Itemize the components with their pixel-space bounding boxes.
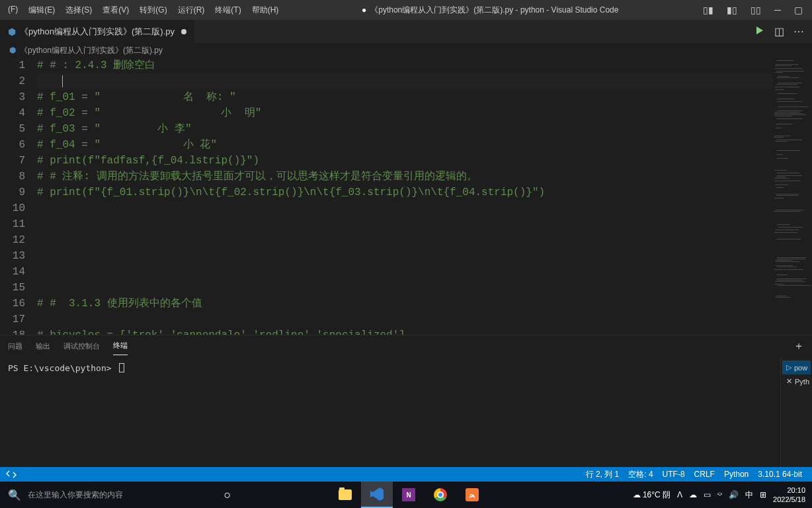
terminal-item-powershell[interactable]: ▷ pow [782,360,811,374]
tab-active[interactable]: ⬢ 《python编程从入门到实践》(第二版).py [0,20,195,43]
search-icon: 🔍 [8,489,21,501]
app-chrome[interactable] [425,482,456,508]
menu-terminal[interactable]: 终端(T) [210,1,246,20]
onenote-icon: N [402,488,415,501]
weather-widget[interactable]: ☁ 16°C 阴 [633,489,671,501]
window-title: ●《python编程从入门到实践》(第二版).py - python - Vis… [284,5,696,16]
taskbar-search[interactable]: 🔍 在这里输入你要搜索的内容 [0,482,212,508]
panel-tabs: 问题 输出 调试控制台 终端 ＋ [0,335,812,357]
run-button[interactable] [754,25,765,38]
remote-indicator[interactable] [0,467,22,482]
onedrive-icon[interactable]: ☁ [689,490,697,499]
terminal-item-python[interactable]: ✕ Pyth [782,374,811,388]
menu-file[interactable]: (F) [3,1,23,20]
menu-help[interactable]: 帮助(H) [247,1,284,20]
terminal-list: ▷ pow ✕ Pyth [780,357,812,467]
menu-bar: (F) 编辑(E) 选择(S) 查看(V) 转到(G) 运行(R) 终端(T) … [0,1,284,20]
volume-icon[interactable]: 🔊 [729,490,739,499]
system-tray: ☁ 16°C 阴 ᐱ ☁ ▭ ⌔ 🔊 中 ⊞ 20:10 2022/5/18 [633,486,812,504]
menu-run[interactable]: 运行(R) [173,1,210,20]
modified-dot-icon: ● [362,5,366,15]
status-eol[interactable]: CRLF [690,470,719,479]
minimize-button[interactable]: ─ [768,1,788,19]
layout-toggle-icon[interactable]: ▯▮ [696,1,720,19]
kill-terminal-icon: ✕ [786,377,792,386]
title-bar: (F) 编辑(E) 选择(S) 查看(V) 转到(G) 运行(R) 终端(T) … [0,0,812,20]
app-explorer[interactable] [329,482,361,508]
battery-icon[interactable]: ▭ [704,490,711,499]
more-actions-icon[interactable]: ⋯ [793,25,804,38]
menu-edit[interactable]: 编辑(E) [23,1,60,20]
menu-view[interactable]: 查看(V) [97,1,134,20]
python-file-icon: ⬢ [8,26,16,37]
wifi-icon[interactable]: ⌔ [717,490,722,499]
tab-modified-icon [181,29,186,34]
bottom-panel: 问题 输出 调试控制台 终端 ＋ PS E:\vscode\python> ▷ … [0,335,812,467]
panel-tab-output[interactable]: 输出 [36,337,50,355]
editor-area: 12345678910111213141516171819 # # : 2.4.… [0,58,812,335]
layout-toggle2-icon[interactable]: ▮▯ [720,1,744,19]
terminal-prompt: PS E:\vscode\python> [8,363,112,373]
breadcrumb-label: 《python编程从入门到实践》(第二版).py [20,45,163,56]
editor-tabs: ⬢ 《python编程从入门到实践》(第二版).py ◫ ⋯ [0,20,812,43]
taskbar-apps: N ﺤ [329,482,488,508]
status-interpreter[interactable]: 3.10.1 64-bit [753,470,807,479]
python-file-icon: ⬢ [9,46,16,55]
panel-tab-terminal[interactable]: 终端 [113,337,128,355]
layout-grid-icon[interactable]: ▯▯ [744,1,768,19]
windows-taskbar: 🔍 在这里输入你要搜索的内容 ○ N ﺤ ☁ 16°C 阴 ᐱ ☁ ▭ ⌔ 🔊 … [0,482,812,508]
status-language[interactable]: Python [719,470,753,479]
status-encoding[interactable]: UTF-8 [658,470,690,479]
panel-tab-debug[interactable]: 调试控制台 [63,337,100,355]
ime-mode-icon[interactable]: ⊞ [760,490,766,499]
xampp-icon: ﺤ [466,488,479,501]
tab-label: 《python编程从入门到实践》(第二版).py [20,26,175,38]
terminal[interactable]: PS E:\vscode\python> [0,357,780,467]
menu-selection[interactable]: 选择(S) [60,1,97,20]
app-vscode[interactable] [361,482,393,508]
tray-chevron-icon[interactable]: ᐱ [677,490,682,499]
app-xampp[interactable]: ﺤ [456,482,488,508]
cortana-button[interactable]: ○ [212,482,243,508]
panel-tab-problems[interactable]: 问题 [8,337,22,355]
powershell-icon: ▷ [786,363,792,372]
split-editor-icon[interactable]: ◫ [774,25,784,38]
terminal-cursor-icon [119,363,124,372]
menu-go[interactable]: 转到(G) [134,1,172,20]
breadcrumb[interactable]: ⬢ 《python编程从入门到实践》(第二版).py [0,43,812,58]
new-terminal-icon[interactable]: ＋ [793,339,804,353]
minimap[interactable] [772,58,812,335]
chrome-icon [434,488,447,501]
status-spaces[interactable]: 空格: 4 [624,469,657,480]
search-placeholder: 在这里输入你要搜索的内容 [28,489,123,501]
window-controls: ▯▮ ▮▯ ▯▯ ─ ▢ [696,1,812,19]
code-content[interactable]: # # : 2.4.3 删除空白 # f_01 = " 名 称: "# f_02… [37,58,772,335]
taskbar-clock[interactable]: 20:10 2022/5/18 [773,486,805,504]
status-line-col[interactable]: 行 2, 列 1 [581,469,624,480]
folder-icon [339,489,352,500]
ime-indicator[interactable]: 中 [745,489,753,501]
vscode-icon [370,487,384,501]
status-bar: 行 2, 列 1 空格: 4 UTF-8 CRLF Python 3.10.1 … [0,467,812,482]
line-number-gutter: 12345678910111213141516171819 [0,58,37,335]
maximize-button[interactable]: ▢ [788,1,809,19]
code-editor[interactable]: 12345678910111213141516171819 # # : 2.4.… [0,58,772,335]
app-onenote[interactable]: N [393,482,425,508]
